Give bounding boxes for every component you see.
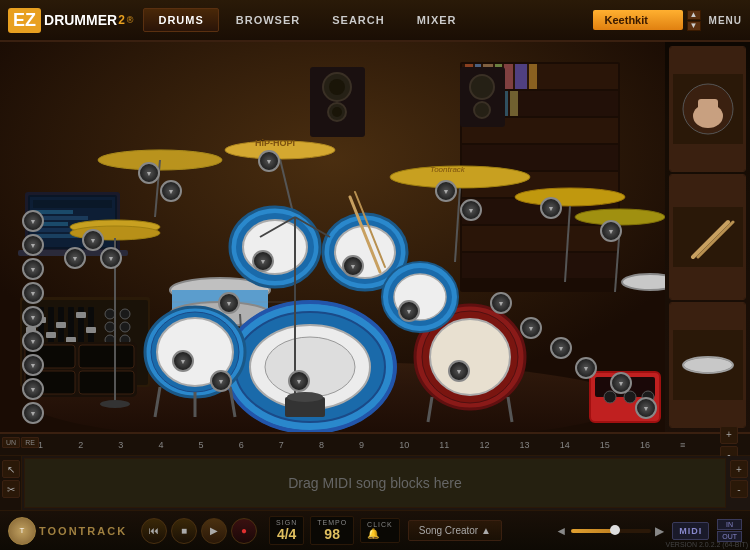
kit-arrow-up[interactable]: ▲ xyxy=(687,10,701,20)
record-button[interactable]: ● xyxy=(231,518,257,544)
drum-btn-right-1[interactable] xyxy=(490,292,512,314)
kit-dropdown[interactable]: Keethkit xyxy=(593,10,683,30)
tab-search[interactable]: SEARCH xyxy=(317,8,399,32)
tab-mixer[interactable]: MIXER xyxy=(402,8,472,32)
tab-drums[interactable]: DRUMS xyxy=(143,8,218,32)
svg-rect-57 xyxy=(86,327,96,333)
ruler-num-8: 8 xyxy=(319,440,359,450)
time-info: Sign 4/4 Tempo 98 Click 🔔 xyxy=(269,516,400,546)
drum-btn-ride1[interactable] xyxy=(258,150,280,172)
svg-point-59 xyxy=(120,309,130,319)
drum-btn-misc-3[interactable] xyxy=(22,258,44,280)
zoom-in-top[interactable]: + xyxy=(720,426,738,444)
midi-button[interactable]: MIDI xyxy=(672,522,709,540)
menu-button[interactable]: MENU xyxy=(709,15,742,26)
click-label: Click xyxy=(367,521,393,528)
drum-btn-floortom1[interactable] xyxy=(172,350,194,372)
drum-btn-misc-5[interactable] xyxy=(22,306,44,328)
drum-btn-bassdrum[interactable] xyxy=(288,370,310,392)
svg-rect-35 xyxy=(33,200,112,208)
svg-point-61 xyxy=(120,322,130,332)
drum-btn-tom1[interactable] xyxy=(252,250,274,272)
svg-point-28 xyxy=(332,107,342,117)
svg-rect-137 xyxy=(673,207,743,267)
side-thumb-2[interactable] xyxy=(669,174,746,300)
logo-ez: EZ xyxy=(8,8,41,33)
svg-point-112 xyxy=(430,319,510,395)
version-text: VERSION 2.0.2.2 (64-BIT) xyxy=(666,541,748,548)
drum-btn-floortom-right[interactable] xyxy=(448,360,470,382)
drum-btn-crash-right[interactable] xyxy=(435,180,457,202)
tempo-block: Tempo 98 xyxy=(310,516,354,546)
in-out-buttons: IN OUT xyxy=(717,519,742,542)
kit-arrow-down[interactable]: ▼ xyxy=(687,21,701,31)
drum-btn-right-4[interactable] xyxy=(575,357,597,379)
play-button[interactable]: ▶ xyxy=(201,518,227,544)
redo-button[interactable]: RE xyxy=(21,437,39,448)
zoom-out-right[interactable]: - xyxy=(730,480,748,498)
svg-point-119 xyxy=(287,392,323,402)
svg-rect-10 xyxy=(462,226,618,251)
midi-track[interactable]: Drag MIDI song blocks here xyxy=(24,458,726,508)
drum-btn-misc-7[interactable] xyxy=(22,354,44,376)
svg-point-96 xyxy=(265,337,355,397)
in-button[interactable]: IN xyxy=(717,519,742,530)
select-tool[interactable]: ↖ xyxy=(2,460,20,478)
ruler-num-5: 5 xyxy=(199,440,239,450)
rewind-button[interactable]: ⏮ xyxy=(141,518,167,544)
tab-browser[interactable]: BROWSER xyxy=(221,8,315,32)
drum-btn-crash-right2[interactable] xyxy=(460,199,482,221)
volume-slider[interactable] xyxy=(571,529,651,533)
song-creator-button[interactable]: Song Creator ▲ xyxy=(408,520,502,541)
drum-btn-china[interactable] xyxy=(600,220,622,242)
stop-button[interactable]: ■ xyxy=(171,518,197,544)
drum-btn-hihat-1[interactable] xyxy=(82,229,104,251)
drum-btn-tom2[interactable] xyxy=(342,255,364,277)
drum-btn-right-5[interactable] xyxy=(610,372,632,394)
ruler-num-12: 12 xyxy=(479,440,519,450)
drum-btn-tom-right[interactable] xyxy=(398,300,420,322)
undo-button[interactable]: UN xyxy=(2,437,20,448)
drum-btn-misc-6[interactable] xyxy=(22,330,44,352)
drum-btn-splash[interactable] xyxy=(540,197,562,219)
drum-btn-snare[interactable] xyxy=(218,292,240,314)
drum-btn-misc-4[interactable] xyxy=(22,282,44,304)
ruler-num-9: 9 xyxy=(359,440,399,450)
drum-btn-crash1[interactable] xyxy=(138,162,160,184)
logo-drummer: DRUMMER xyxy=(44,12,117,28)
drum-btn-right-2[interactable] xyxy=(520,317,542,339)
svg-point-127 xyxy=(622,274,665,290)
tools-column: ↖ ✂ xyxy=(0,456,22,510)
svg-rect-70 xyxy=(79,371,134,394)
svg-rect-53 xyxy=(46,332,56,338)
svg-rect-56 xyxy=(76,312,86,318)
svg-point-91 xyxy=(515,188,625,206)
transport-buttons: ⏮ ■ ▶ ● xyxy=(141,518,257,544)
cut-tool[interactable]: ✂ xyxy=(2,480,20,498)
drum-btn-hihat-2[interactable] xyxy=(100,247,122,269)
side-thumb-1[interactable] xyxy=(669,46,746,172)
click-block: Click 🔔 xyxy=(360,518,400,543)
drum-btn-right-6[interactable] xyxy=(635,397,657,419)
drum-btn-crash2[interactable] xyxy=(160,180,182,202)
svg-point-31 xyxy=(474,102,490,118)
svg-rect-16 xyxy=(504,64,513,89)
side-thumb-3[interactable] xyxy=(669,302,746,428)
drum-btn-misc-9[interactable] xyxy=(22,402,44,424)
drum-btn-hihat-3[interactable] xyxy=(64,247,86,269)
ruler-num-16: 16 xyxy=(640,440,680,450)
volume-slider-area: ◄ ▶ xyxy=(510,524,664,538)
svg-rect-18 xyxy=(529,64,537,89)
drum-btn-misc-2[interactable] xyxy=(22,234,44,256)
sign-label: Sign xyxy=(276,519,297,526)
drum-btn-misc-1[interactable] xyxy=(22,210,44,232)
svg-point-60 xyxy=(105,322,115,332)
ruler-num-4: 4 xyxy=(158,440,198,450)
tempo-value: 98 xyxy=(317,526,347,543)
slider-thumb[interactable] xyxy=(610,525,620,535)
drum-btn-right-3[interactable] xyxy=(550,337,572,359)
drum-btn-floortom2[interactable] xyxy=(210,370,232,392)
zoom-in-right[interactable]: + xyxy=(730,460,748,478)
drum-btn-misc-8[interactable] xyxy=(22,378,44,400)
ruler-num-14: 14 xyxy=(560,440,600,450)
